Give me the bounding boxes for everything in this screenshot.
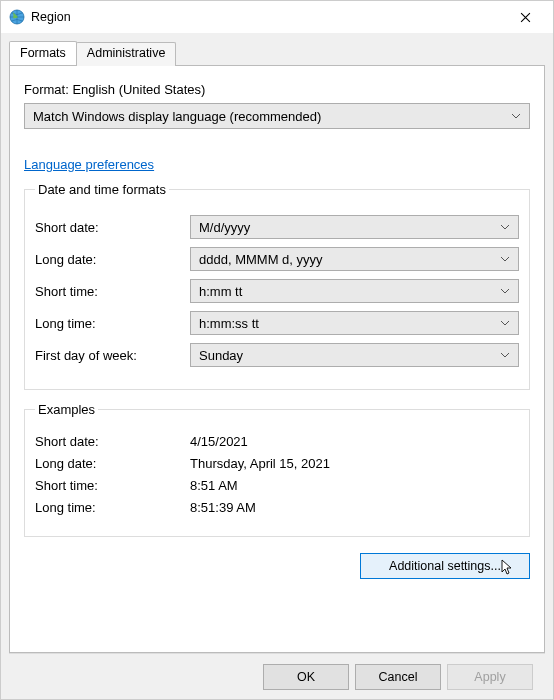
- tabpanel-formats: Format: English (United States) Match Wi…: [9, 65, 545, 653]
- long-date-combo[interactable]: dddd, MMMM d, yyyy: [190, 247, 519, 271]
- ok-button[interactable]: OK: [263, 664, 349, 690]
- globe-icon: [9, 9, 25, 25]
- chevron-down-icon: [500, 288, 510, 294]
- ex-short-date-label: Short date:: [35, 434, 190, 449]
- ex-short-time-value: 8:51 AM: [190, 478, 238, 493]
- format-combo-value: Match Windows display language (recommen…: [33, 109, 321, 124]
- additional-settings-button[interactable]: Additional settings...: [360, 553, 530, 579]
- close-button[interactable]: [505, 3, 545, 31]
- region-dialog: Region Formats Administrative Format: En…: [0, 0, 554, 700]
- dialog-footer: OK Cancel Apply: [9, 653, 545, 699]
- tab-administrative[interactable]: Administrative: [76, 42, 177, 66]
- examples-legend: Examples: [35, 402, 98, 417]
- ex-long-time-value: 8:51:39 AM: [190, 500, 256, 515]
- short-time-combo[interactable]: h:mm tt: [190, 279, 519, 303]
- long-date-label: Long date:: [35, 252, 190, 267]
- long-time-combo[interactable]: h:mm:ss tt: [190, 311, 519, 335]
- cancel-button[interactable]: Cancel: [355, 664, 441, 690]
- date-time-formats-group: Date and time formats Short date: M/d/yy…: [24, 182, 530, 390]
- client-area: Formats Administrative Format: English (…: [1, 33, 553, 699]
- ex-long-date-label: Long date:: [35, 456, 190, 471]
- cursor-icon: [501, 559, 515, 577]
- ex-long-time-label: Long time:: [35, 500, 190, 515]
- examples-group: Examples Short date: 4/15/2021 Long date…: [24, 402, 530, 537]
- format-combo[interactable]: Match Windows display language (recommen…: [24, 103, 530, 129]
- tab-formats[interactable]: Formats: [9, 41, 77, 65]
- short-date-combo[interactable]: M/d/yyyy: [190, 215, 519, 239]
- window-title: Region: [31, 10, 505, 24]
- language-preferences-link[interactable]: Language preferences: [24, 157, 530, 172]
- additional-row: Additional settings...: [24, 553, 530, 579]
- chevron-down-icon: [500, 224, 510, 230]
- chevron-down-icon: [511, 113, 521, 119]
- ex-long-date-value: Thursday, April 15, 2021: [190, 456, 330, 471]
- chevron-down-icon: [500, 256, 510, 262]
- titlebar: Region: [1, 1, 553, 33]
- chevron-down-icon: [500, 352, 510, 358]
- first-dow-label: First day of week:: [35, 348, 190, 363]
- short-time-label: Short time:: [35, 284, 190, 299]
- ex-short-time-label: Short time:: [35, 478, 190, 493]
- long-time-label: Long time:: [35, 316, 190, 331]
- format-label: Format: English (United States): [24, 82, 530, 97]
- chevron-down-icon: [500, 320, 510, 326]
- apply-button[interactable]: Apply: [447, 664, 533, 690]
- short-date-label: Short date:: [35, 220, 190, 235]
- ex-short-date-value: 4/15/2021: [190, 434, 248, 449]
- dtf-legend: Date and time formats: [35, 182, 169, 197]
- tabstrip: Formats Administrative: [9, 41, 545, 65]
- first-dow-combo[interactable]: Sunday: [190, 343, 519, 367]
